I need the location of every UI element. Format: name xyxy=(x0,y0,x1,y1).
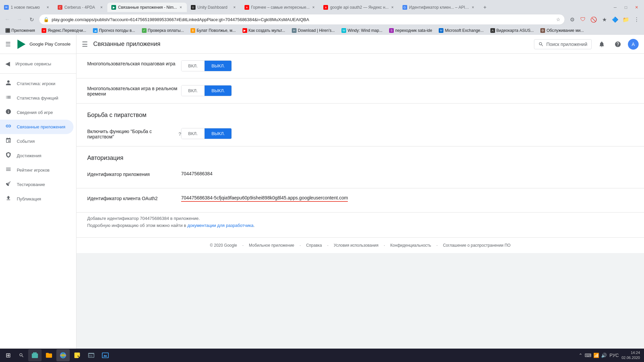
tray-volume-icon[interactable]: 🔊 xyxy=(601,353,607,358)
sidebar-item-game-info-label: Сведения об игре xyxy=(17,110,68,115)
new-tab-button[interactable]: + xyxy=(480,3,490,12)
back-button[interactable]: ← xyxy=(3,15,12,24)
player-stats-icon xyxy=(5,80,11,87)
sidebar-item-feature-stats[interactable]: Статистика функций xyxy=(0,91,73,105)
bookmark-apps[interactable]: ⬛ Приложения xyxy=(3,27,38,34)
tab-6-close[interactable]: × xyxy=(391,4,394,10)
search-box[interactable]: Поиск приложений xyxy=(534,39,592,49)
maximize-button[interactable]: □ xyxy=(621,3,631,12)
bookmark-exchange[interactable]: M Microsoft Exchange... xyxy=(436,27,486,34)
bookmark-service[interactable]: ⚙ Обслуживание ми... xyxy=(538,27,586,34)
taskbar-app-files[interactable] xyxy=(42,349,56,361)
footer-distribution[interactable]: Соглашение о распространении ПО xyxy=(443,243,511,248)
tab-5[interactable]: я Горячее – самые интересные... × xyxy=(240,3,320,12)
tab-2-close[interactable]: × xyxy=(100,4,103,10)
tab-4[interactable]: U Unity Dashboard × xyxy=(187,3,240,12)
tab-2[interactable]: C Cerberus - 4PDA × xyxy=(54,3,107,12)
bookmark-asus-label: Видеокарта ASUS... xyxy=(496,28,534,33)
footer-terms[interactable]: Условия использования xyxy=(334,243,378,248)
piracy-on-button[interactable]: ВКЛ. xyxy=(181,128,205,139)
piracy-help-icon[interactable]: ? xyxy=(178,131,181,137)
taskbar-app-browser[interactable] xyxy=(56,349,70,361)
address-bar[interactable]: 🔒 play.google.com/apps/publish/?account=… xyxy=(39,14,565,25)
sidebar: ☰ Google Play Console ◀ Игровые сервисы … xyxy=(0,35,76,362)
multiplayer-turn-on-button[interactable]: ВКЛ. xyxy=(181,61,205,71)
sidebar-item-achievements[interactable]: Достижения xyxy=(0,148,73,163)
oauth-label: Идентификатор клиента OAuth2 xyxy=(87,195,181,201)
footer-privacy[interactable]: Конфиденциальность xyxy=(390,243,431,248)
multiplayer-turn-controls: ВКЛ. ВЫКЛ. xyxy=(181,60,633,71)
multiplayer-turn-off-button[interactable]: ВЫКЛ. xyxy=(205,61,231,71)
taskbar-app-photos[interactable] xyxy=(99,349,112,361)
bookmark-sata[interactable]: S переходник sata-ide xyxy=(386,27,435,34)
tab-3[interactable]: ▶ Связанные приложения - Nim... × xyxy=(107,3,187,12)
footer-help[interactable]: Справка xyxy=(306,243,322,248)
svg-marker-0 xyxy=(17,40,25,49)
bookmark-bulat[interactable]: B Булат Поволжье, м... xyxy=(188,27,238,34)
header-actions: Поиск приложений A xyxy=(534,38,639,50)
sidebar-item-testing[interactable]: Тестирование xyxy=(0,177,73,192)
bookmark-sata-label: переходник sata-ide xyxy=(395,28,432,33)
bookmark-weather[interactable]: ☁ Прогноз погоды в... xyxy=(90,27,138,34)
ext3-icon[interactable]: 📁 xyxy=(621,15,631,24)
bookmark-mult[interactable]: ▶ Как создать мульт... xyxy=(240,27,288,34)
sidebar-item-linked-apps[interactable]: Связанные приложения xyxy=(0,120,73,134)
close-window-button[interactable]: ✕ xyxy=(632,3,641,12)
bookmark-yandex[interactable]: я Яндекс.Переводчи... xyxy=(39,27,89,34)
start-button[interactable]: ⊞ xyxy=(1,349,15,361)
search-icon xyxy=(538,42,544,47)
taskbar-app-terminal[interactable] xyxy=(85,349,98,361)
bookmark-payment[interactable]: ✓ Проверка оплаты... xyxy=(139,27,187,34)
sidebar-item-publishing[interactable]: Публикация xyxy=(0,192,73,206)
lastpass-icon[interactable]: ★ xyxy=(600,15,609,24)
user-avatar[interactable]: A xyxy=(628,39,639,50)
tab-5-close[interactable]: × xyxy=(312,4,315,10)
tab-6-label: google api oauth2 — Яндекс н... xyxy=(330,5,388,10)
sidebar-item-game-services[interactable]: ◀ Игровые сервисы xyxy=(0,57,73,71)
tray-lang[interactable]: РУС xyxy=(609,353,619,358)
bookmark-star-icon[interactable]: ☆ xyxy=(556,17,560,22)
tab-3-close[interactable]: × xyxy=(179,4,183,10)
footer-mobile-app[interactable]: Мобильное приложение xyxy=(249,243,294,248)
tab-1[interactable]: ✉ 1 новое письмо × xyxy=(0,3,54,12)
tray-network-icon[interactable]: 📶 xyxy=(593,353,599,358)
ext2-icon[interactable]: 🔷 xyxy=(610,15,620,24)
tab-7[interactable]: G Идентификатор клиен... – API ... × xyxy=(398,3,479,12)
reload-button[interactable]: ↻ xyxy=(27,15,36,24)
extensions-button[interactable]: ⚙ xyxy=(568,15,577,24)
sidebar-item-testing-label: Тестирование xyxy=(17,182,68,187)
forward-button[interactable]: → xyxy=(15,15,24,24)
piracy-off-button[interactable]: ВЫКЛ. xyxy=(205,128,231,139)
tray-time: 14:24 xyxy=(622,350,640,355)
kaspersky-icon[interactable]: 🛡 xyxy=(578,15,588,24)
sidebar-item-player-stats[interactable]: Статистика: игроки xyxy=(0,76,73,91)
bookmark-windy[interactable]: W Windy: Wind map... xyxy=(339,27,385,34)
sidebar-item-leaderboards[interactable]: Рейтинг игроков xyxy=(0,163,73,177)
taskbar-app-explorer[interactable] xyxy=(28,349,42,361)
bookmark-asus[interactable]: A Видеокарта ASUS... xyxy=(488,27,537,34)
chrome-menu-button[interactable]: ⋮ xyxy=(632,15,641,24)
tray-keyboard-icon[interactable]: ⌨ xyxy=(585,353,591,358)
notifications-button[interactable] xyxy=(596,38,608,50)
multiplayer-turn-label: Многопользовательская пошаговая игра xyxy=(87,60,181,66)
bookmark-hiren[interactable]: H Download | Hiren's... xyxy=(289,27,337,34)
tray-up-arrow[interactable]: ⌃ xyxy=(579,353,583,358)
taskbar-app-sticky[interactable] xyxy=(70,349,84,361)
multiplayer-realtime-on-button[interactable]: ВКЛ. xyxy=(181,85,205,96)
tab-6[interactable]: я google api oauth2 — Яндекс н... × xyxy=(319,3,398,12)
tab-7-close[interactable]: × xyxy=(471,4,475,10)
tab-4-close[interactable]: × xyxy=(233,4,236,10)
app-id-row: Идентификатор приложения 704475686384 xyxy=(76,164,644,188)
multiplayer-realtime-off-button[interactable]: ВЫКЛ. xyxy=(205,85,231,96)
hamburger-menu-button[interactable]: ☰ xyxy=(5,41,11,48)
page-menu-icon[interactable]: ☰ xyxy=(82,40,88,48)
help-button[interactable] xyxy=(612,38,624,50)
adblock-icon[interactable]: 🚫 xyxy=(589,15,598,24)
developer-docs-link[interactable]: документации для разработчика xyxy=(187,223,254,228)
sidebar-item-events[interactable]: События xyxy=(0,134,73,148)
tab-1-close[interactable]: × xyxy=(46,4,50,10)
sidebar-item-game-info[interactable]: Сведения об игре xyxy=(0,105,73,120)
notifications-icon xyxy=(598,41,605,48)
minimize-button[interactable]: ─ xyxy=(610,3,620,12)
taskbar-search-button[interactable] xyxy=(15,349,28,361)
